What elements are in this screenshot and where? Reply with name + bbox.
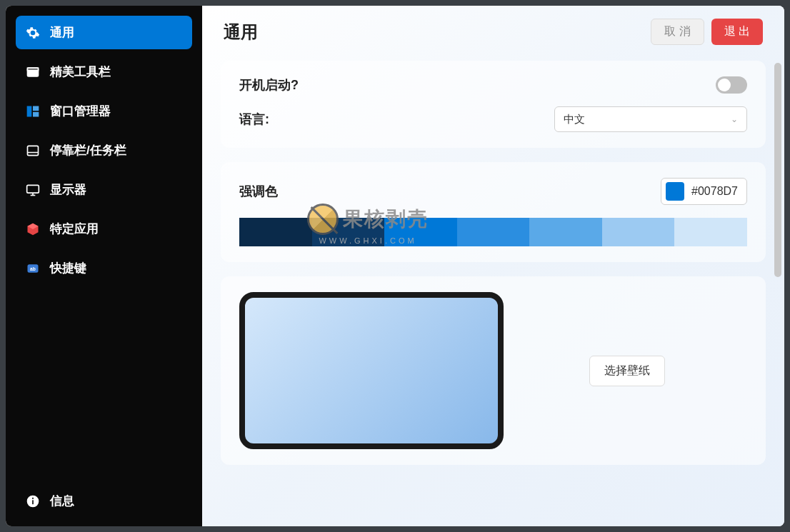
dock-icon xyxy=(26,144,40,158)
sidebar-item-label: 特定应用 xyxy=(50,221,99,237)
svg-rect-1 xyxy=(28,68,39,70)
palette-swatch[interactable] xyxy=(529,218,602,246)
palette-swatch[interactable] xyxy=(239,218,312,246)
content: 开机启动? 语言: 中文 ⌄ 强调色 #0078D7 xyxy=(202,54,784,526)
exit-button[interactable]: 退 出 xyxy=(711,19,763,45)
svg-point-14 xyxy=(32,497,34,498)
accent-label: 强调色 xyxy=(239,183,278,200)
sidebar-item-shortcuts[interactable]: ab 快捷键 xyxy=(16,251,192,285)
card-wallpaper: 选择壁纸 xyxy=(221,276,766,465)
svg-rect-3 xyxy=(33,106,39,111)
sidebar-item-label: 通用 xyxy=(50,24,74,41)
page-title: 通用 xyxy=(224,21,258,44)
sidebar-item-toolbar[interactable]: 精美工具栏 xyxy=(16,55,192,89)
app-window: 通用 精美工具栏 窗口管理器 停靠栏/任务栏 xyxy=(6,6,784,526)
palette-swatch[interactable] xyxy=(384,218,457,246)
scrollbar[interactable] xyxy=(774,63,781,277)
svg-rect-2 xyxy=(27,106,32,116)
sidebar-item-label: 精美工具栏 xyxy=(50,64,111,80)
palette-swatch[interactable] xyxy=(312,218,385,246)
language-label: 语言: xyxy=(239,111,269,128)
sidebar-item-monitor[interactable]: 显示器 xyxy=(16,173,192,206)
sidebar-footer-label: 信息 xyxy=(50,493,74,509)
sidebar-item-label: 停靠栏/任务栏 xyxy=(50,142,126,159)
card-accent: 强调色 #0078D7 果核剥壳 WWW.GHXI.COM xyxy=(221,162,766,262)
choose-wallpaper-button[interactable]: 选择壁纸 xyxy=(589,356,665,386)
startup-toggle[interactable] xyxy=(716,76,747,94)
svg-rect-5 xyxy=(28,146,39,155)
sidebar: 通用 精美工具栏 窗口管理器 停靠栏/任务栏 xyxy=(6,6,202,526)
accent-swatch xyxy=(666,182,684,201)
card-general: 开机启动? 语言: 中文 ⌄ xyxy=(221,61,766,148)
svg-rect-4 xyxy=(33,111,39,116)
language-select[interactable]: 中文 ⌄ xyxy=(554,106,747,132)
wallpaper-preview[interactable] xyxy=(239,292,504,449)
toolbar-icon xyxy=(26,65,40,79)
header-buttons: 取 消 退 出 xyxy=(651,19,763,45)
wallpaper-row: 选择壁纸 xyxy=(239,292,747,449)
header: 通用 取 消 退 出 xyxy=(202,6,784,54)
svg-rect-7 xyxy=(27,185,39,193)
sidebar-item-apps[interactable]: 特定应用 xyxy=(16,212,192,246)
sidebar-items: 通用 精美工具栏 窗口管理器 停靠栏/任务栏 xyxy=(16,16,192,486)
language-value: 中文 xyxy=(564,113,585,126)
palette-swatch[interactable] xyxy=(602,218,675,246)
row-accent: 强调色 #0078D7 xyxy=(239,178,747,205)
row-language: 语言: 中文 ⌄ xyxy=(239,106,747,132)
window-manager-icon xyxy=(26,104,40,119)
sidebar-item-window-manager[interactable]: 窗口管理器 xyxy=(16,94,192,128)
sidebar-item-info[interactable]: 信息 xyxy=(16,486,192,516)
cancel-button[interactable]: 取 消 xyxy=(651,19,704,45)
sidebar-item-label: 显示器 xyxy=(50,181,86,198)
sidebar-item-label: 窗口管理器 xyxy=(50,103,111,119)
sidebar-item-dock[interactable]: 停靠栏/任务栏 xyxy=(16,134,192,167)
row-startup: 开机启动? xyxy=(239,76,747,94)
monitor-icon xyxy=(26,183,40,197)
accent-hex: #0078D7 xyxy=(691,185,738,198)
accent-color-display[interactable]: #0078D7 xyxy=(661,178,747,205)
palette-swatch[interactable] xyxy=(457,218,530,246)
svg-rect-13 xyxy=(32,500,34,504)
apps-icon xyxy=(26,222,40,236)
sidebar-item-general[interactable]: 通用 xyxy=(16,16,192,49)
info-icon xyxy=(26,494,40,508)
svg-text:ab: ab xyxy=(30,266,36,271)
shortcut-icon: ab xyxy=(26,261,40,276)
main-panel: 通用 取 消 退 出 开机启动? 语言: 中文 ⌄ xyxy=(202,6,784,526)
accent-palette[interactable]: 果核剥壳 WWW.GHXI.COM xyxy=(239,218,747,246)
chevron-down-icon: ⌄ xyxy=(731,114,738,124)
sidebar-item-label: 快捷键 xyxy=(50,260,86,276)
startup-label: 开机启动? xyxy=(239,76,299,94)
palette-swatch[interactable] xyxy=(674,218,747,246)
gear-icon xyxy=(26,26,40,40)
